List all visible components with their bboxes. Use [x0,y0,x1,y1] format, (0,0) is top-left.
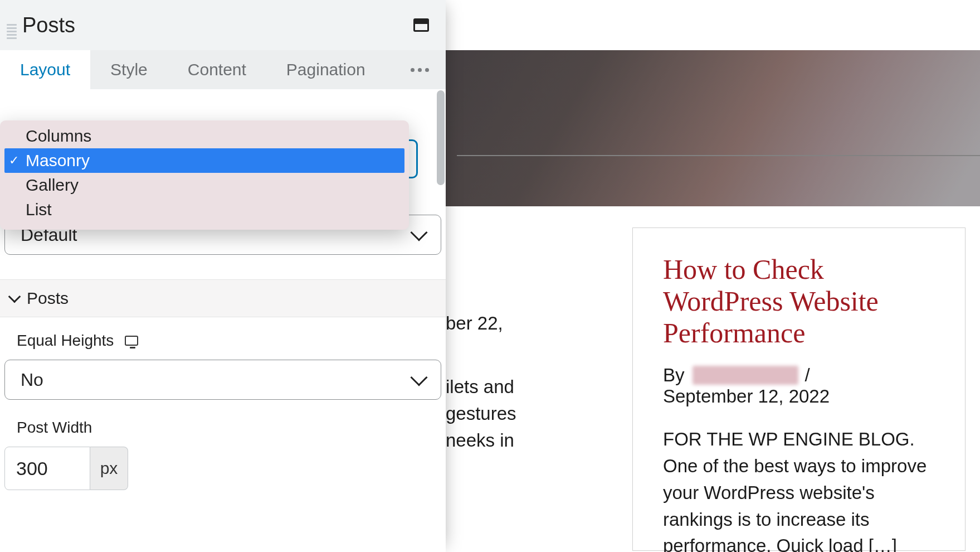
post-width-input[interactable]: 300 [4,447,90,490]
meta-separator: / [805,365,810,386]
post-width-input-group: 300 px [4,447,446,490]
equal-heights-row: Equal Heights [17,332,429,350]
chevron-down-icon [410,224,427,241]
dropdown-option-gallery[interactable]: Gallery [4,173,404,197]
select-value: No [21,370,43,390]
tab-style[interactable]: Style [90,50,168,89]
tab-pagination[interactable]: Pagination [266,50,386,89]
preview-post-card: How to Check WordPress Website Performan… [632,227,966,551]
tab-content[interactable]: Content [168,50,266,89]
post-width-label: Post Width [17,419,92,437]
panel-title: Posts [22,13,75,37]
equal-heights-label: Equal Heights [17,332,114,350]
monitor-icon[interactable] [125,336,138,346]
tab-more-icon[interactable] [411,68,429,72]
check-icon: ✓ [9,153,19,168]
post-date: September 12, 2022 [663,386,830,407]
chevron-down-icon [410,369,427,386]
frag-line-1: gestures [446,400,516,427]
post-width-row: Post Width [17,419,429,437]
section-label: Posts [27,289,69,308]
dropdown-option-masonry[interactable]: ✓ Masonry [4,148,404,173]
frag-line-2: neeks in [446,427,514,454]
layout-dropdown: Columns ✓ Masonry Gallery List [0,120,409,230]
section-posts[interactable]: Posts [0,279,446,317]
frag-date: ber 22, [446,310,503,337]
drag-handle-icon[interactable] [6,20,18,39]
tab-layout[interactable]: Layout [0,50,90,89]
post-title[interactable]: How to Check WordPress Website Performan… [663,254,935,349]
dropdown-option-list[interactable]: List [4,197,404,222]
chevron-down-icon [8,290,21,303]
panel-header: Posts [0,0,446,50]
post-width-unit[interactable]: px [90,447,128,490]
dropdown-option-columns[interactable]: Columns [4,124,404,148]
author-blurred [693,366,798,385]
by-label: By [663,365,685,386]
equal-heights-select[interactable]: No [4,360,441,400]
post-meta: By / September 12, 2022 [663,365,935,407]
post-excerpt: FOR THE WP ENGINE BLOG. One of the best … [663,426,935,552]
scrollbar[interactable] [437,90,445,185]
frag-line-0: ilets and [446,374,514,400]
tabs: Layout Style Content Pagination [0,50,446,89]
settings-panel: Posts Layout Style Content Pagination De… [0,0,446,552]
responsive-icon[interactable] [413,18,429,32]
preview-hero [446,50,980,206]
option-label: Masonry [26,151,90,170]
